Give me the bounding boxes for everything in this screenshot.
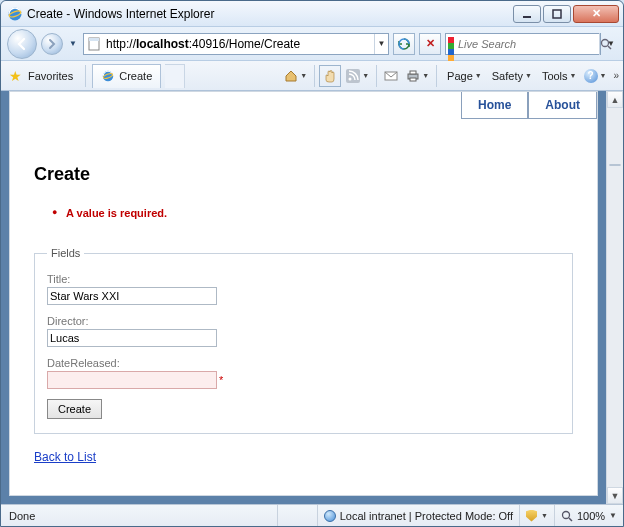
- zoom-level: 100%: [577, 510, 605, 522]
- page-body: Create A value is required. Fields Title…: [10, 92, 597, 472]
- validation-error: A value is required.: [52, 207, 573, 219]
- help-button[interactable]: ?▼: [581, 65, 610, 87]
- zoom-dropdown-icon: ▼: [609, 511, 617, 520]
- zone-text: Local intranet | Protected Mode: Off: [340, 510, 513, 522]
- title-input[interactable]: [47, 287, 217, 305]
- site-tab-home[interactable]: Home: [461, 92, 528, 119]
- site-nav-tabs: Home About: [461, 92, 597, 119]
- search-go-button[interactable]: [599, 33, 612, 55]
- address-bar[interactable]: http://localhost:40916/Home/Create ▼: [83, 33, 389, 55]
- forward-button[interactable]: [41, 33, 63, 55]
- favorites-row: ★ Favorites Create ▼ ▼ ▼ Page ▼ Safety ▼…: [1, 61, 623, 91]
- page-background: Home About Create A value is required. F…: [1, 91, 606, 504]
- site-tab-about[interactable]: About: [528, 92, 597, 119]
- ie-command-bar: ▼ ▼ ▼ Page ▼ Safety ▼ Tools ▼ ?▼ »: [281, 65, 619, 87]
- window-frame: Create - Windows Internet Explorer ✕ ▼ h…: [0, 0, 624, 527]
- page-menu[interactable]: Page ▼: [441, 65, 484, 87]
- stop-button[interactable]: ✕: [419, 33, 441, 55]
- scroll-track[interactable]: [607, 108, 623, 487]
- zoom-icon: [561, 510, 573, 522]
- svg-point-11: [349, 77, 352, 80]
- protected-mode-dropdown-icon: ▼: [541, 512, 548, 519]
- globe-icon: [324, 510, 336, 522]
- status-text: Done: [1, 510, 277, 522]
- status-separator-cell: [277, 505, 317, 526]
- live-search-icon: [448, 37, 454, 51]
- hand-tool-button[interactable]: [319, 65, 341, 87]
- maximize-button[interactable]: [543, 5, 571, 23]
- svg-line-7: [608, 46, 611, 49]
- protected-mode-cell[interactable]: ▼: [519, 505, 554, 526]
- favorites-star-icon[interactable]: ★: [9, 68, 22, 84]
- zoom-cell[interactable]: 100% ▼: [554, 505, 623, 526]
- fields-legend: Fields: [47, 247, 84, 259]
- vertical-scrollbar[interactable]: ▲ ▼: [606, 91, 623, 504]
- feeds-button[interactable]: ▼: [343, 65, 372, 87]
- ie-logo-icon: [101, 69, 115, 83]
- separator: [85, 65, 86, 87]
- date-released-label: DateReleased:: [47, 357, 560, 369]
- zone-cell[interactable]: Local intranet | Protected Mode: Off: [317, 505, 519, 526]
- search-box[interactable]: [445, 33, 601, 55]
- svg-rect-14: [410, 71, 416, 74]
- scroll-up-arrow[interactable]: ▲: [607, 91, 623, 108]
- minimize-button[interactable]: [513, 5, 541, 23]
- fields-group: Fields Title: Director: DateReleased: *: [34, 247, 573, 434]
- svg-point-16: [562, 511, 569, 518]
- safety-menu[interactable]: Safety ▼: [486, 65, 534, 87]
- svg-rect-2: [523, 16, 531, 18]
- favorites-label[interactable]: Favorites: [28, 70, 73, 82]
- nav-history-dropdown[interactable]: ▼: [67, 31, 79, 57]
- required-asterisk: *: [219, 374, 223, 386]
- page-heading: Create: [34, 164, 573, 185]
- home-button[interactable]: ▼: [281, 65, 310, 87]
- svg-rect-15: [410, 78, 416, 81]
- page-content: Home About Create A value is required. F…: [9, 91, 598, 496]
- scroll-thumb[interactable]: [609, 164, 621, 166]
- window-buttons: ✕: [513, 5, 619, 23]
- svg-point-6: [602, 39, 609, 46]
- date-released-input[interactable]: [47, 371, 217, 389]
- search-input[interactable]: [456, 38, 599, 50]
- field-director: Director:: [47, 315, 560, 347]
- back-to-list-link[interactable]: Back to List: [34, 450, 96, 464]
- print-button[interactable]: ▼: [403, 65, 432, 87]
- read-mail-button[interactable]: [381, 65, 401, 87]
- create-button[interactable]: Create: [47, 399, 102, 419]
- svg-line-17: [569, 518, 572, 521]
- validation-summary: A value is required.: [52, 207, 573, 219]
- svg-rect-3: [553, 10, 561, 18]
- field-title: Title:: [47, 273, 560, 305]
- refresh-button[interactable]: [393, 33, 415, 55]
- browser-tab[interactable]: Create: [92, 64, 161, 88]
- content-viewport: Home About Create A value is required. F…: [1, 91, 623, 504]
- page-icon: [86, 36, 102, 52]
- status-bar: Done Local intranet | Protected Mode: Of…: [1, 504, 623, 526]
- svg-rect-5: [89, 38, 99, 41]
- tools-menu[interactable]: Tools ▼: [536, 65, 579, 87]
- director-label: Director:: [47, 315, 560, 327]
- director-input[interactable]: [47, 329, 217, 347]
- tab-title: Create: [119, 70, 152, 82]
- shield-icon: [526, 510, 537, 522]
- url-input[interactable]: http://localhost:40916/Home/Create: [104, 37, 374, 51]
- title-bar: Create - Windows Internet Explorer ✕: [1, 1, 623, 27]
- toolbar-overflow[interactable]: »: [613, 70, 619, 81]
- back-button[interactable]: [7, 29, 37, 59]
- nav-toolbar: ▼ http://localhost:40916/Home/Create ▼ ✕…: [1, 27, 623, 61]
- close-button[interactable]: ✕: [573, 5, 619, 23]
- field-date-released: DateReleased: *: [47, 357, 560, 389]
- window-title: Create - Windows Internet Explorer: [27, 7, 513, 21]
- ie-logo-icon: [7, 6, 23, 22]
- title-label: Title:: [47, 273, 560, 285]
- new-tab-button[interactable]: [165, 64, 185, 88]
- address-dropdown[interactable]: ▼: [374, 34, 388, 54]
- scroll-down-arrow[interactable]: ▼: [607, 487, 623, 504]
